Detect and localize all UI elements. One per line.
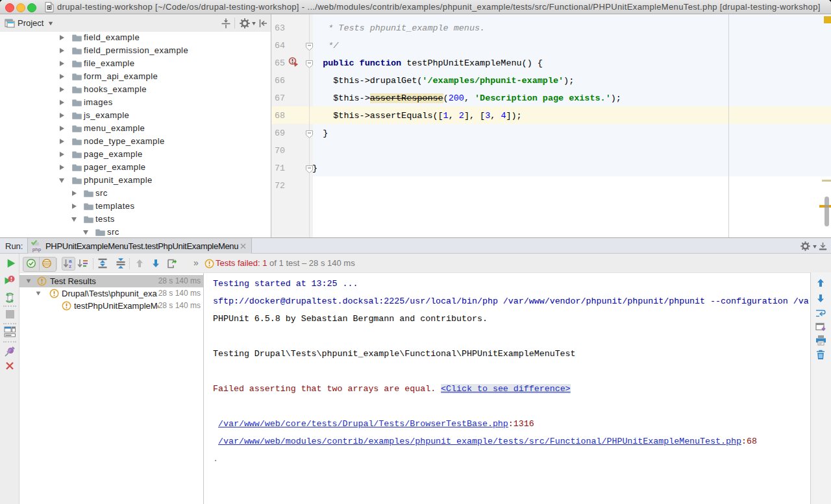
svg-text:php: php bbox=[32, 246, 42, 252]
svg-text:z: z bbox=[69, 263, 71, 269]
